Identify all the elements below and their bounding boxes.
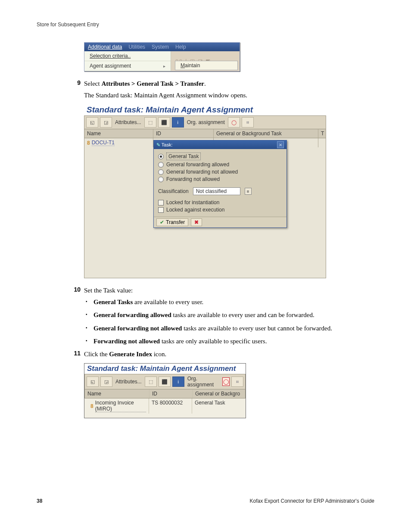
cancel-button[interactable]: ✖ bbox=[191, 218, 202, 226]
table-row[interactable]: 8 Incoming Invoice (MIRO) TS 80000032 Ge… bbox=[84, 398, 246, 414]
th-general: General or Backgro bbox=[193, 389, 245, 398]
radio-label: General forwarding allowed bbox=[166, 162, 229, 168]
menu-bar: Additional data Utilities System Help bbox=[84, 43, 240, 51]
radio-icon bbox=[158, 154, 164, 159]
checkbox-icon bbox=[158, 207, 164, 213]
task-general: General Task bbox=[192, 398, 246, 414]
radio-label: Forwarding not allowed bbox=[166, 176, 220, 182]
popup-title: ✎ Task: bbox=[156, 142, 173, 148]
task-icon: 8 bbox=[90, 403, 93, 409]
page-number: 38 bbox=[37, 498, 42, 504]
step11-text: Click the Generate Index icon. bbox=[84, 350, 374, 359]
check-locked-instantiation[interactable]: Locked for instantiation bbox=[158, 199, 282, 205]
task-icon: 8 bbox=[87, 140, 90, 146]
window-title: Standard task: Maintain Agent Assignment bbox=[84, 104, 326, 115]
check-icon: ✔ bbox=[160, 219, 164, 225]
window-title: Standard task: Maintain Agent Assignment bbox=[84, 364, 246, 374]
footer-doc-title: Kofax Export Connector for ERP Administr… bbox=[249, 498, 374, 504]
check-label: Locked for instantiation bbox=[166, 199, 219, 205]
toolbar-org-assignment[interactable]: Org. assignment bbox=[186, 376, 221, 388]
radio-fwd-not-allowed[interactable]: General forwarding not allowed bbox=[158, 169, 282, 175]
radio-icon bbox=[158, 177, 164, 182]
menu-agent-label: Agent assignment bbox=[90, 63, 131, 69]
toolbar-attributes[interactable]: Attributes... bbox=[114, 379, 143, 385]
toolbar-tree-icon[interactable]: ⌗ bbox=[231, 376, 243, 387]
task-name: Incoming Invoice (MIRO) bbox=[95, 400, 146, 412]
toolbar-icon-2[interactable]: ◲ bbox=[100, 117, 112, 128]
th-id: ID bbox=[153, 129, 214, 138]
classification-label: Classification bbox=[158, 188, 189, 194]
task-window-screenshot-2: Standard task: Maintain Agent Assignment… bbox=[84, 363, 246, 418]
th-name: Name bbox=[84, 129, 153, 138]
toolbar-info-icon[interactable]: i bbox=[172, 117, 184, 128]
step-number: 9 bbox=[71, 79, 81, 86]
toolbar-generate-index-icon[interactable]: ◯ bbox=[228, 117, 240, 128]
check-locked-execution[interactable]: Locked against execution bbox=[158, 207, 282, 213]
chevron-right-icon: ▸ bbox=[163, 64, 165, 68]
dropdown-icon[interactable]: ≡ bbox=[245, 188, 252, 195]
radio-label: General forwarding not allowed bbox=[166, 169, 238, 175]
menu-selection-criteria[interactable]: Selection criteria.. bbox=[84, 51, 171, 61]
step-number: 10 bbox=[71, 286, 81, 293]
toolbar-attributes[interactable]: Attributes... bbox=[114, 119, 143, 125]
toolbar-icon-4[interactable]: ⬛ bbox=[159, 376, 171, 387]
pencil-icon: ✎ bbox=[156, 142, 160, 147]
radio-icon bbox=[158, 169, 164, 175]
radio-icon bbox=[158, 162, 164, 168]
step9-line1: Select Attributes > General Task > Trans… bbox=[84, 79, 374, 88]
table-header: Name ID General or Background Task T bbox=[84, 129, 326, 138]
toolbar-icon-3[interactable]: ⬚ bbox=[145, 376, 157, 387]
toolbar-icon-1[interactable]: ◱ bbox=[86, 117, 98, 128]
menu-screenshot: Additional data Utilities System Help Se… bbox=[84, 42, 240, 72]
menu-additional-data[interactable]: Additional data bbox=[88, 44, 122, 50]
radio-general-task[interactable]: General Task bbox=[158, 152, 282, 160]
bullet-item: General forwarding allowed tasks are ava… bbox=[93, 311, 374, 319]
step9-line2: The Standard task: Maintain Agent Assign… bbox=[84, 91, 374, 100]
task-name: DOCU-T1 bbox=[92, 140, 115, 146]
generate-index-icon[interactable]: ◯ bbox=[222, 377, 230, 386]
th-name: Name bbox=[85, 389, 149, 398]
toolbar-info-icon[interactable]: i bbox=[172, 376, 184, 387]
close-icon[interactable]: ✕ bbox=[277, 141, 284, 148]
toolbar-icon-1[interactable]: ◱ bbox=[87, 376, 99, 387]
check-label: Locked against execution bbox=[166, 207, 224, 213]
page-header: Store for Subsequent Entry bbox=[37, 22, 374, 28]
menu-help[interactable]: Help bbox=[175, 44, 186, 50]
toolbar-org-assignment[interactable]: Org. assignment bbox=[186, 119, 226, 125]
toolbar-icon-2[interactable]: ◲ bbox=[100, 376, 112, 387]
submenu-maintain[interactable]: Maintain bbox=[175, 61, 238, 70]
transfer-button[interactable]: ✔ Transfer bbox=[156, 218, 188, 226]
table-header: Name ID General or Backgro bbox=[84, 389, 246, 398]
task-id: TS 80000032 bbox=[149, 398, 192, 414]
step10-intro: Set the Task value: bbox=[84, 286, 374, 295]
cancel-icon: ✖ bbox=[194, 219, 199, 225]
checkbox-icon bbox=[158, 200, 164, 205]
menu-utilities[interactable]: Utilities bbox=[128, 44, 145, 50]
step-number: 11 bbox=[71, 350, 81, 357]
toolbar-icon-3[interactable]: ⬚ bbox=[144, 117, 156, 128]
th-general: General or Background Task bbox=[214, 129, 318, 138]
page-footer: 38 Kofax Export Connector for ERP Admini… bbox=[37, 498, 374, 504]
menu-system[interactable]: System bbox=[152, 44, 169, 50]
toolbar: ◱ ◲ Attributes... ⬚ ⬛ i Org. assignment … bbox=[84, 115, 326, 129]
toolbar: ◱ ◲ Attributes... ⬚ ⬛ i Org. assignment … bbox=[84, 374, 246, 389]
menu-agent-assignment[interactable]: Agent assignment ▸ bbox=[84, 61, 171, 71]
th-id: ID bbox=[149, 389, 193, 398]
bullet-item: General Tasks are available to every use… bbox=[93, 298, 374, 306]
classification-value[interactable]: Not classified bbox=[193, 187, 240, 195]
toolbar-icon-4[interactable]: ⬛ bbox=[158, 117, 170, 128]
toolbar-tree-icon[interactable]: ⌗ bbox=[242, 117, 254, 128]
bullet-item: Forwarding not allowed tasks are only av… bbox=[93, 337, 374, 345]
task-popup: ✎ Task: ✕ General Task General forwardin… bbox=[153, 140, 287, 228]
task-window-screenshot: Standard task: Maintain Agent Assignment… bbox=[84, 104, 326, 278]
bullet-item: General forwarding not allowed tasks are… bbox=[93, 324, 374, 333]
th-t: T bbox=[318, 129, 326, 138]
radio-label: General Task bbox=[166, 152, 201, 160]
radio-forwarding-not-allowed[interactable]: Forwarding not allowed bbox=[158, 176, 282, 182]
radio-fwd-allowed[interactable]: General forwarding allowed bbox=[158, 162, 282, 168]
